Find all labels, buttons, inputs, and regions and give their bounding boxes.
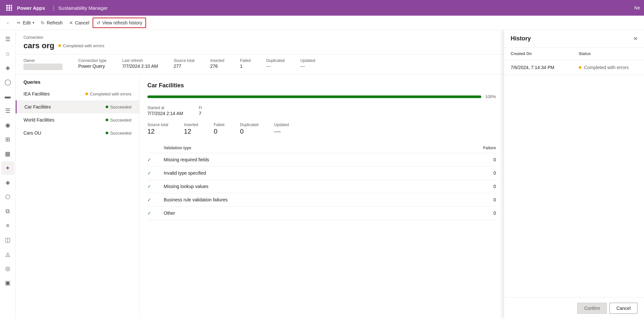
sidebar-item-chat[interactable]: ◈ xyxy=(1,176,14,189)
validation-col-failures-label: Failure xyxy=(441,143,496,153)
history-status-dot xyxy=(579,66,581,69)
iea-status: Completed with errors xyxy=(85,92,131,96)
two-panel: Queries IEA Facilities Completed with er… xyxy=(16,74,504,319)
world-status-dot xyxy=(106,119,108,121)
validation-table: Validation type Failure ✓ Missing requir… xyxy=(147,143,496,220)
view-refresh-history-button[interactable]: ↺ View refresh history xyxy=(93,18,146,28)
user-text: Ne xyxy=(634,5,640,10)
svg-rect-7 xyxy=(8,9,10,11)
back-icon: ← xyxy=(6,20,10,25)
top-nav: Power Apps | Sustainability Manager Ne xyxy=(0,0,644,16)
stat-failed: Failed 0 xyxy=(214,123,224,135)
sidebar-item-building[interactable]: ▣ xyxy=(1,276,14,289)
sidebar-item-bulb[interactable]: ✦ xyxy=(1,162,14,175)
progress-track xyxy=(147,95,481,98)
connection-title-row: cars org Completed with errors xyxy=(23,41,496,50)
meta-last-refresh: Last refresh 7/7/2024 2:10 AM xyxy=(122,58,158,70)
main-layout: ☰ ⌂ ◈ ◯ ▬ ☰ ◉ ⊞ ▦ ✦ ◈ ⬡ ⧉ ≡ ◫ ◬ ◎ ▣ Conn… xyxy=(0,30,644,319)
query-item-cars-ou[interactable]: Cars OU Succeeded xyxy=(16,126,139,139)
finished-at: Fi 7 xyxy=(199,106,202,116)
sidebar-item-bookmark[interactable]: ◈ xyxy=(1,61,14,74)
edit-icon: ✏ xyxy=(17,20,21,25)
validation-row: ✓ Business rule validation failures 0 xyxy=(147,193,496,207)
connection-label: Connection xyxy=(23,35,496,40)
connection-header: Connection cars org Completed with error… xyxy=(16,30,504,54)
meta-owner: Owner xyxy=(23,58,63,70)
carsou-status-dot xyxy=(106,132,108,134)
check-icon: ✓ xyxy=(147,197,151,202)
svg-rect-3 xyxy=(6,7,8,9)
svg-rect-1 xyxy=(8,5,10,7)
svg-rect-2 xyxy=(11,5,12,7)
history-col-status-label: Status xyxy=(579,51,637,56)
back-button[interactable]: ← xyxy=(3,18,14,27)
sidebar-item-grid[interactable]: ⊞ xyxy=(1,133,14,146)
meta-inserted: Inserted 276 xyxy=(210,58,224,70)
connection-status-text: Completed with errors xyxy=(63,43,104,48)
waffle-menu-icon[interactable] xyxy=(4,3,14,13)
sidebar-item-lines[interactable]: ≡ xyxy=(1,219,14,232)
sidebar-item-person[interactable]: ◯ xyxy=(1,76,14,89)
queries-title: Queries xyxy=(16,74,139,87)
validation-failures: 0 xyxy=(441,207,496,220)
validation-type: Other xyxy=(164,207,441,220)
carsou-status: Succeeded xyxy=(106,131,131,136)
validation-type: Missing required fields xyxy=(164,153,441,167)
validation-row: ✓ Missing lookup values 0 xyxy=(147,180,496,193)
world-status: Succeeded xyxy=(106,118,131,123)
query-item-iea[interactable]: IEA Facilities Completed with errors xyxy=(16,87,139,100)
car-status-dot xyxy=(106,106,108,108)
stats-row: Source total 12 Inserted 12 Failed 0 Dup… xyxy=(147,123,496,135)
detail-panel: Car Facilities 100% Started at 7/7/2024 … xyxy=(140,74,504,319)
queries-panel: Queries IEA Facilities Completed with er… xyxy=(16,74,140,319)
sidebar-item-collapse[interactable]: ☰ xyxy=(1,33,14,46)
history-row: 7/6/2024, 7:14:34 PM Completed with erro… xyxy=(504,60,644,75)
sidebar-item-stats[interactable]: ◫ xyxy=(1,233,14,246)
cancel-button[interactable]: ✕ Cancel xyxy=(66,18,93,27)
history-title: History xyxy=(511,35,531,42)
sidebar-item-leaf[interactable]: ◉ xyxy=(1,119,14,132)
validation-failures: 0 xyxy=(441,180,496,193)
validation-row: ✓ Invalid type specified 0 xyxy=(147,167,496,180)
content-area: Connection cars org Completed with error… xyxy=(16,30,504,319)
stat-duplicated: Duplicated 0 xyxy=(240,123,259,135)
sidebar-item-shield[interactable]: ⬡ xyxy=(1,190,14,203)
query-item-world[interactable]: World Facilities Succeeded xyxy=(16,113,139,126)
validation-type: Missing lookup values xyxy=(164,180,441,193)
history-table-header: Created On Status xyxy=(504,48,644,60)
command-bar: ← ✏ Edit ▾ ↻ Refresh ✕ Cancel ↺ View ref… xyxy=(0,16,644,30)
cancel-footer-button[interactable]: Cancel xyxy=(609,303,637,314)
history-col-created-label: Created On xyxy=(511,51,579,56)
validation-type: Invalid type specified xyxy=(164,167,441,180)
sidebar-item-bucket[interactable]: ◬ xyxy=(1,248,14,261)
meta-source-total: Source total 277 xyxy=(174,58,195,70)
check-icon: ✓ xyxy=(147,184,151,189)
edit-button[interactable]: ✏ Edit ▾ xyxy=(14,18,37,27)
svg-rect-6 xyxy=(6,9,8,11)
sidebar-item-layers[interactable]: ⧉ xyxy=(1,205,14,218)
app-name: Power Apps xyxy=(17,5,45,11)
confirm-button[interactable]: Confirm xyxy=(577,303,607,314)
query-item-car[interactable]: Car Facilities Succeeded xyxy=(16,100,139,113)
svg-rect-0 xyxy=(6,5,8,7)
sidebar-item-home[interactable]: ⌂ xyxy=(1,47,14,60)
started-at: Started at 7/7/2024 2:14 AM xyxy=(147,106,183,116)
validation-failures: 0 xyxy=(441,167,496,180)
sidebar-item-list[interactable]: ☰ xyxy=(1,104,14,117)
connection-status-badge: Completed with errors xyxy=(58,43,104,48)
validation-row: ✓ Other 0 xyxy=(147,207,496,220)
nav-separator: | xyxy=(53,5,54,11)
validation-type: Business rule validation failures xyxy=(164,193,441,207)
cancel-icon: ✕ xyxy=(69,20,73,25)
check-icon: ✓ xyxy=(147,210,151,216)
svg-rect-8 xyxy=(11,9,12,11)
sidebar-item-chart-bar[interactable]: ▬ xyxy=(1,90,14,103)
sidebar-item-chart2[interactable]: ▦ xyxy=(1,147,14,160)
refresh-button[interactable]: ↻ Refresh xyxy=(37,18,66,27)
check-icon: ✓ xyxy=(147,170,151,176)
meta-failed: Failed 1 xyxy=(240,58,251,70)
history-close-button[interactable]: ✕ xyxy=(633,36,637,42)
sidebar-item-user-group[interactable]: ◎ xyxy=(1,262,14,275)
svg-rect-4 xyxy=(8,7,10,9)
sidebar-icons: ☰ ⌂ ◈ ◯ ▬ ☰ ◉ ⊞ ▦ ✦ ◈ ⬡ ⧉ ≡ ◫ ◬ ◎ ▣ xyxy=(0,30,16,319)
